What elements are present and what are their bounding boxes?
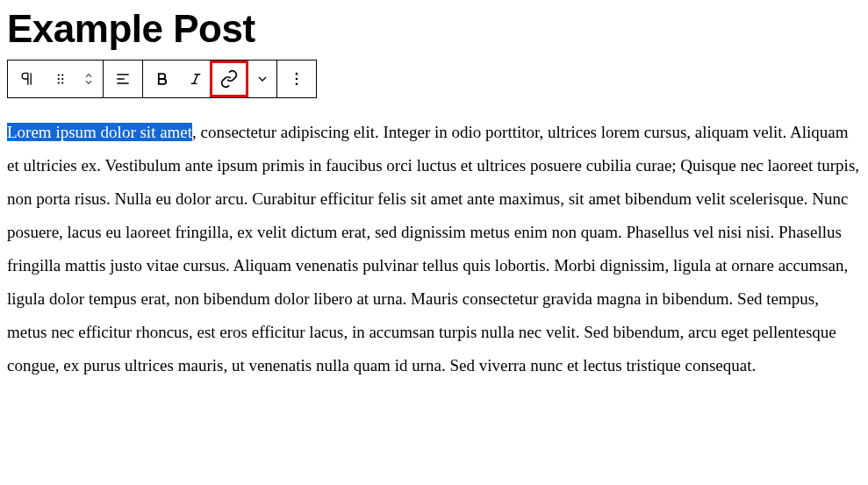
move-updown-button[interactable] xyxy=(75,61,103,97)
align-left-icon xyxy=(114,70,132,88)
post-title[interactable]: Example Post xyxy=(7,7,861,51)
body-text: , consectetur adipiscing elit. Integer i… xyxy=(7,123,859,374)
bold-icon xyxy=(154,70,171,88)
svg-point-14 xyxy=(296,83,298,86)
more-formatting-button[interactable] xyxy=(248,61,276,97)
drag-dots-icon xyxy=(53,71,68,87)
svg-point-13 xyxy=(296,78,298,81)
selected-text: Lorem ipsum dolor sit amet xyxy=(7,123,192,141)
link-icon xyxy=(219,69,239,89)
align-button[interactable] xyxy=(104,61,142,97)
svg-point-2 xyxy=(58,78,60,80)
svg-point-1 xyxy=(61,74,63,75)
pilcrow-icon xyxy=(18,70,36,88)
svg-point-3 xyxy=(61,78,63,80)
toolbar-group-block xyxy=(8,61,104,97)
toolbar-group-options xyxy=(277,61,316,97)
svg-point-0 xyxy=(58,74,60,75)
toolbar-group-formatting xyxy=(143,61,277,97)
kebab-icon xyxy=(288,70,305,88)
block-type-button[interactable] xyxy=(8,61,47,97)
bold-button[interactable] xyxy=(143,61,182,97)
chevron-down-icon xyxy=(255,72,269,86)
svg-point-5 xyxy=(61,82,63,83)
options-button[interactable] xyxy=(277,61,316,97)
chevron-updown-icon xyxy=(81,69,97,89)
svg-point-4 xyxy=(58,82,60,83)
block-toolbar xyxy=(7,60,317,98)
link-button[interactable] xyxy=(210,61,248,97)
paragraph-block[interactable]: Lorem ipsum dolor sit amet, consectetur … xyxy=(7,116,861,382)
toolbar-group-align xyxy=(104,61,143,97)
italic-button[interactable] xyxy=(182,61,210,97)
italic-icon xyxy=(188,71,204,87)
svg-point-12 xyxy=(296,73,298,75)
svg-line-11 xyxy=(194,75,198,84)
drag-handle-button[interactable] xyxy=(47,61,75,97)
